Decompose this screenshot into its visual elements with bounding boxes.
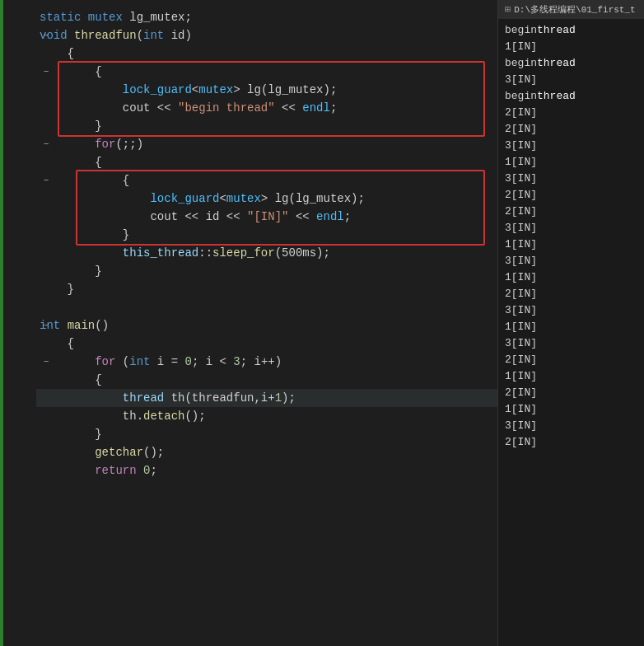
token: lock_guard xyxy=(150,192,219,205)
line-content: } xyxy=(36,425,497,443)
terminal-label: 1[IN] xyxy=(505,154,537,171)
token: lg(lg_mutex); xyxy=(247,83,337,96)
terminal-label: 1[IN] xyxy=(505,39,537,55)
terminal-label: 1[IN] xyxy=(505,236,537,253)
line-content: } xyxy=(36,117,497,135)
token: { xyxy=(68,337,74,350)
token: :: xyxy=(198,246,212,260)
terminal-label: 1[IN] xyxy=(505,319,537,335)
terminal-line: 3[IN] xyxy=(505,220,637,236)
token: ( xyxy=(275,246,282,260)
terminal-label: 2[IN] xyxy=(505,187,537,204)
token: < xyxy=(192,83,198,96)
terminal-line: 2[IN] xyxy=(505,204,637,220)
terminal-line: 3[IN] xyxy=(505,418,637,434)
terminal-line: begin thread xyxy=(505,88,637,105)
fold-icon[interactable]: − xyxy=(40,135,53,153)
token: ; xyxy=(344,210,351,223)
fold-icon[interactable]: − xyxy=(40,171,53,190)
terminal-label: 2[IN] xyxy=(505,286,537,302)
terminal-title: D:\多线程编程\01_first_t xyxy=(514,3,635,16)
token: 1 xyxy=(275,391,282,405)
terminal-line: 3[IN] xyxy=(505,302,637,319)
terminal-label: 3[IN] xyxy=(505,138,537,154)
terminal-line: begin thread xyxy=(505,22,637,39)
terminal-line: 3[IN] xyxy=(505,72,637,88)
terminal-value: thread xyxy=(537,88,576,105)
token: threadfun xyxy=(74,29,137,42)
indent xyxy=(40,228,123,241)
token: static xyxy=(40,11,81,24)
token xyxy=(68,29,74,42)
token: 3 xyxy=(233,355,240,368)
terminal-output[interactable]: begin thread1[IN]begin thread3[IN]begin … xyxy=(498,19,644,646)
code-line: return 0; xyxy=(36,461,497,480)
fold-icon[interactable]: − xyxy=(40,26,53,44)
token: ; xyxy=(330,101,337,115)
line-content: getchar(); xyxy=(36,443,497,461)
token: (;;) xyxy=(115,138,143,151)
indent xyxy=(40,337,68,350)
terminal-icon: ⊞ xyxy=(505,3,511,16)
terminal-value: thread xyxy=(537,55,576,72)
terminal-panel: ⊞ D:\多线程编程\01_first_t begin thread1[IN]b… xyxy=(497,0,644,646)
terminal-line: 1[IN] xyxy=(505,236,637,253)
token: return xyxy=(95,464,136,477)
token: "begin thread" xyxy=(178,101,275,115)
token: ; i++) xyxy=(240,355,282,368)
token: } xyxy=(95,119,101,133)
token: () xyxy=(95,319,109,332)
code-line: − for(;;) xyxy=(36,135,497,153)
token: ( xyxy=(137,29,143,42)
token xyxy=(81,11,87,24)
terminal-line: 2[IN] xyxy=(505,105,637,121)
token: { xyxy=(95,373,101,386)
code-line: } xyxy=(36,280,497,298)
token: 0 xyxy=(184,355,191,368)
terminal-line: 2[IN] xyxy=(505,352,637,368)
token: { xyxy=(95,65,101,78)
line-content: this_thread::sleep_for(500ms); xyxy=(36,244,497,262)
terminal-line: 1[IN] xyxy=(505,154,637,171)
code-line: −void threadfun(int id) xyxy=(36,26,497,44)
terminal-line: 3[IN] xyxy=(505,335,637,352)
terminal-label: 2[IN] xyxy=(505,204,537,220)
terminal-line: 3[IN] xyxy=(505,138,637,154)
line-content: thread th(threadfun,i+1); xyxy=(36,389,497,407)
terminal-line: 1[IN] xyxy=(505,401,637,418)
terminal-label: begin xyxy=(505,55,537,72)
token: (); xyxy=(184,410,205,423)
code-lines: static mutex lg_mutex;−void threadfun(in… xyxy=(0,0,497,480)
code-line: this_thread::sleep_for(500ms); xyxy=(36,244,497,262)
token: i = xyxy=(150,355,184,368)
line-content: { xyxy=(36,44,497,63)
fold-icon[interactable]: − xyxy=(40,353,53,371)
indent xyxy=(40,246,123,260)
token: mutex xyxy=(226,192,261,205)
line-content: { xyxy=(36,153,497,171)
token: << xyxy=(219,210,247,223)
code-line: th.detach(); xyxy=(36,407,497,425)
fold-icon[interactable]: − xyxy=(40,63,53,81)
terminal-label: begin xyxy=(505,88,537,105)
indent xyxy=(40,373,95,386)
code-line: − { xyxy=(36,171,497,190)
terminal-label: begin xyxy=(505,22,537,39)
code-line: static mutex lg_mutex; xyxy=(36,8,497,26)
code-line: } xyxy=(36,117,497,135)
terminal-label: 1[IN] xyxy=(505,401,537,418)
fold-icon[interactable]: − xyxy=(40,316,53,335)
code-line: lock_guard<mutex> lg(lg_mutex); xyxy=(36,81,497,99)
token: for xyxy=(95,138,115,151)
terminal-label: 2[IN] xyxy=(505,385,537,401)
indent xyxy=(40,83,123,96)
token: th(threadfun,i+ xyxy=(164,391,274,405)
token: { xyxy=(68,47,74,60)
code-line: } xyxy=(36,262,497,280)
token: lg(lg_mutex); xyxy=(275,192,365,205)
token: { xyxy=(95,156,101,169)
token: mutex xyxy=(198,83,233,96)
terminal-line: 2[IN] xyxy=(505,434,637,451)
token: endl xyxy=(316,210,344,223)
line-content: } xyxy=(36,262,497,280)
